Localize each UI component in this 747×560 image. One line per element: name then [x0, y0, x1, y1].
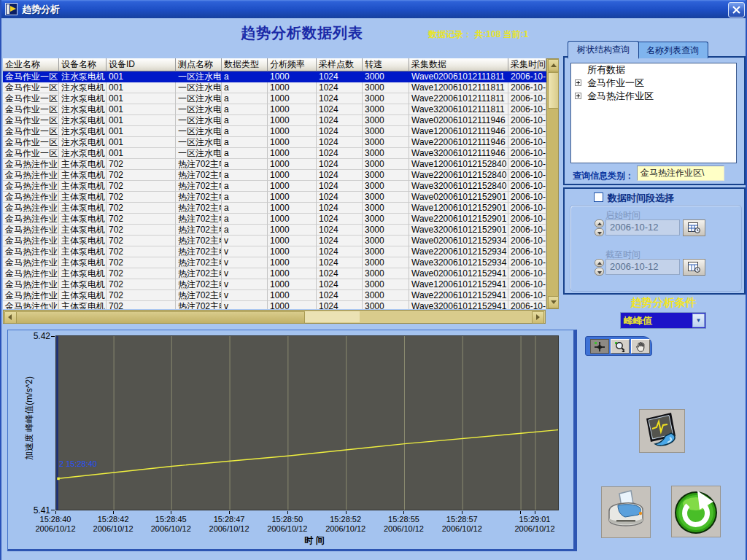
column-header[interactable]: 采样点数: [317, 58, 363, 71]
table-row[interactable]: 金马作业一区注水泵电机001一区注水电机a100010243000Wave120…: [3, 82, 546, 93]
table-cell: 一区注水电机: [176, 115, 222, 126]
table-row[interactable]: 金马作业一区注水泵电机001一区注水电机a100010243000Wave220…: [3, 93, 546, 104]
table-row[interactable]: 金马热注作业区主体泵电机702热注702主电机a100010243000Wave…: [3, 225, 546, 236]
spinner-down-icon[interactable]: [595, 228, 604, 236]
table-cell: Wave220061012152941: [409, 290, 508, 301]
table-cell: 金马热注作业区: [3, 268, 59, 279]
table-cell: v: [222, 246, 268, 257]
scrollbar-thumb[interactable]: [16, 311, 305, 324]
table-row[interactable]: 金马热注作业区主体泵电机702热注702主电机a100010243000Wave…: [3, 214, 546, 225]
table-row[interactable]: 金马热注作业区主体泵电机702热注702主电机v100010243000Wave…: [3, 257, 546, 268]
end-time-stepper[interactable]: [595, 259, 604, 276]
tree-expand-icon[interactable]: [575, 93, 581, 99]
horizontal-scrollbar[interactable]: [3, 310, 546, 324]
tree-item[interactable]: 金马热注作业区: [571, 90, 736, 103]
device-tree: 所有数据金马作业一区金马热注作业区: [570, 63, 737, 163]
monitor-button[interactable]: [639, 409, 685, 453]
table-row[interactable]: 金马热注作业区主体泵电机702热注702主电机v100010243000Wave…: [3, 279, 546, 290]
column-header[interactable]: 采集时间: [508, 58, 546, 71]
start-time-stepper[interactable]: [595, 219, 604, 236]
table-cell: 3000: [363, 301, 409, 309]
table-cell: 金马热注作业区: [3, 214, 59, 225]
table-cell: Wave020061012111811: [409, 71, 508, 82]
table-cell: 1000: [268, 181, 317, 192]
table-row[interactable]: 金马作业一区注水泵电机001一区注水电机a100010243000Wave120…: [3, 126, 546, 137]
table-row[interactable]: 金马热注作业区主体泵电机702热注702主电机a100010243000Wave…: [3, 170, 546, 181]
chart-plot-area[interactable]: 2 15:28:40: [55, 335, 559, 510]
column-header[interactable]: 测点名称: [176, 58, 222, 71]
tree-expand-icon[interactable]: [575, 79, 581, 86]
close-icon[interactable]: [728, 2, 745, 18]
scrollbar-thumb[interactable]: [548, 72, 559, 109]
scroll-down-icon[interactable]: [548, 296, 559, 308]
column-header[interactable]: 设备名称: [59, 58, 107, 71]
end-calendar-button[interactable]: [683, 259, 705, 276]
table-cell: a: [222, 192, 268, 203]
table-row[interactable]: 金马热注作业区主体泵电机702热注702主电机v100010243000Wave…: [3, 236, 546, 246]
table-cell: a: [222, 181, 268, 192]
y-axis-tick-label: 5.42: [20, 331, 50, 341]
table-cell: 3000: [363, 170, 409, 181]
tab-name-list-query[interactable]: 名称列表查询: [637, 42, 708, 58]
table-cell: 2006-10-1: [508, 236, 546, 246]
table-row[interactable]: 金马热注作业区主体泵电机702热注702主电机v100010243000Wave…: [3, 301, 546, 309]
calendar-icon: [688, 262, 700, 273]
table-row[interactable]: 金马热注作业区主体泵电机702热注702主电机a100010243000Wave…: [3, 181, 546, 192]
table-cell: 主体泵电机: [59, 246, 107, 257]
table-row[interactable]: 金马热注作业区主体泵电机702热注702主电机v100010243000Wave…: [3, 268, 546, 279]
column-header[interactable]: 采集数据: [409, 58, 508, 71]
scroll-right-icon[interactable]: [532, 311, 544, 324]
print-button[interactable]: [601, 486, 651, 538]
scroll-up-icon[interactable]: [548, 59, 559, 71]
time-range-checkbox[interactable]: [594, 192, 603, 202]
chevron-down-icon[interactable]: ▼: [692, 314, 705, 327]
table-row[interactable]: 金马热注作业区主体泵电机702热注702主电机a100010243000Wave…: [3, 203, 546, 214]
table-cell: 3000: [363, 236, 409, 246]
cursor-annotation: 2 15:28:40: [59, 459, 97, 468]
table-cell: 热注702主电机: [176, 170, 222, 181]
table-cell: 金马热注作业区: [3, 301, 59, 309]
spinner-down-icon[interactable]: [595, 268, 604, 276]
start-time-input[interactable]: 2006-10-12: [605, 219, 680, 236]
column-header[interactable]: 数据类型: [222, 58, 268, 71]
table-cell: 1024: [317, 126, 363, 137]
column-header[interactable]: 转速: [363, 58, 409, 71]
column-header[interactable]: 分析频率: [268, 58, 317, 71]
start-calendar-button[interactable]: [683, 219, 705, 236]
record-count-label: 数据记录： 共:108 当前:1: [428, 28, 528, 41]
tree-item[interactable]: 金马作业一区: [571, 77, 736, 90]
table-row[interactable]: 金马热注作业区主体泵电机702热注702主电机v100010243000Wave…: [3, 290, 546, 301]
column-header[interactable]: 设备ID: [107, 58, 176, 71]
crosshair-tool-icon[interactable]: [590, 339, 609, 354]
table-row[interactable]: 金马作业一区注水泵电机001一区注水电机a100010243000Wave020…: [3, 71, 546, 82]
table-cell: 1024: [317, 225, 363, 236]
scrollbar-track[interactable]: [304, 311, 360, 322]
table-cell: 702: [107, 225, 176, 236]
table-row[interactable]: 金马热注作业区主体泵电机702热注702主电机a100010243000Wave…: [3, 192, 546, 203]
vertical-scrollbar[interactable]: [546, 58, 559, 309]
table-row[interactable]: 金马作业一区注水泵电机001一区注水电机a100010243000Wave220…: [3, 137, 546, 148]
table-cell: 注水泵电机: [59, 93, 107, 104]
scroll-left-icon[interactable]: [4, 311, 17, 324]
refresh-button[interactable]: [671, 486, 721, 537]
table-row[interactable]: 金马热注作业区主体泵电机702热注702主电机a100010243000Wave…: [3, 159, 546, 170]
end-time-input[interactable]: 2006-10-12: [605, 259, 680, 275]
table-row[interactable]: 金马作业一区注水泵电机001一区注水电机a100010243000Wave320…: [3, 104, 546, 115]
pan-tool-icon[interactable]: [631, 339, 650, 354]
table-row[interactable]: 金马热注作业区主体泵电机702热注702主电机v100010243000Wave…: [3, 246, 546, 257]
zoom-tool-icon[interactable]: [611, 339, 630, 354]
tab-tree-query[interactable]: 树状结构查询: [568, 41, 639, 59]
spinner-up-icon[interactable]: [595, 219, 604, 228]
table-cell: 2006-10-1: [508, 290, 546, 301]
analysis-condition-combobox[interactable]: 峰峰值 ▼: [620, 312, 706, 329]
table-cell: 2006-10-1: [508, 192, 546, 203]
column-header[interactable]: 企业名称: [3, 58, 59, 71]
table-cell: a: [222, 115, 268, 126]
table-cell: 1000: [268, 82, 317, 93]
table-cell: 注水泵电机: [59, 71, 107, 82]
query-category-input[interactable]: 金马热注作业区\: [637, 166, 724, 181]
tree-item[interactable]: 所有数据: [571, 63, 736, 77]
table-row[interactable]: 金马作业一区注水泵电机001一区注水电机a100010243000Wave020…: [3, 115, 546, 126]
spinner-up-icon[interactable]: [595, 259, 604, 267]
table-row[interactable]: 金马作业一区注水泵电机001一区注水电机a100010243000Wave320…: [3, 148, 546, 159]
